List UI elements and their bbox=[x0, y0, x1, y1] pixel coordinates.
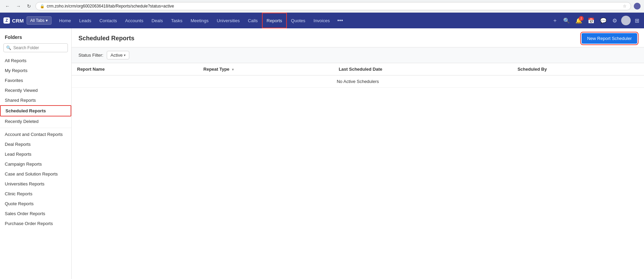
calendar-button[interactable]: 📅 bbox=[586, 16, 596, 25]
nav-item-invoices[interactable]: Invoices bbox=[309, 13, 334, 28]
main-content: Scheduled Reports New Report Scheduler S… bbox=[72, 28, 644, 279]
nav-actions-container: ＋ 🔍 🔔 2 📅 💬 ⚙ ⊞ bbox=[551, 16, 641, 26]
table-header: Report Name Repeat Type ▾ Last Scheduled… bbox=[72, 63, 644, 75]
notification-badge: 2 bbox=[579, 16, 584, 21]
sidebar-item-favorites[interactable]: Favorites bbox=[0, 75, 71, 85]
col-last-scheduled-date: Last Scheduled Date bbox=[333, 63, 512, 75]
browser-back-btn[interactable]: ← bbox=[3, 3, 12, 10]
sidebar-item-purchase-order-reports[interactable]: Purchase Order Reports bbox=[0, 219, 71, 228]
settings-button[interactable]: ⚙ bbox=[611, 16, 618, 25]
col-repeat-type-label: Repeat Type bbox=[203, 67, 229, 72]
browser-forward-btn[interactable]: → bbox=[14, 3, 23, 10]
calendar-icon: 📅 bbox=[588, 18, 595, 24]
sidebar-search-icon: 🔍 bbox=[6, 45, 11, 50]
sidebar-item-clinic-reports[interactable]: Clinic Reports bbox=[0, 189, 71, 199]
sidebar-item-account-contact-reports[interactable]: Account and Contact Reports bbox=[0, 129, 71, 139]
sidebar-search-container: 🔍 bbox=[3, 43, 68, 52]
add-button[interactable]: ＋ bbox=[551, 16, 559, 26]
empty-state-message: No Active Schedulers bbox=[72, 75, 644, 88]
nav-item-tasks[interactable]: Tasks bbox=[167, 13, 186, 28]
zoho-logo-icon: Z bbox=[3, 17, 10, 24]
add-icon: ＋ bbox=[552, 17, 558, 23]
nav-item-quotes[interactable]: Quotes bbox=[287, 13, 309, 28]
report-table-container: Report Name Repeat Type ▾ Last Scheduled… bbox=[72, 63, 644, 279]
crm-logo-text: CRM bbox=[12, 18, 24, 24]
sidebar-item-all-reports[interactable]: All Reports bbox=[0, 56, 71, 66]
sidebar-search-input[interactable] bbox=[3, 43, 68, 52]
crm-logo: Z CRM bbox=[3, 17, 24, 24]
status-filter-dropdown[interactable]: Active ▾ bbox=[107, 51, 129, 59]
all-tabs-button[interactable]: All Tabs ▾ bbox=[27, 16, 52, 25]
col-repeat-type[interactable]: Repeat Type ▾ bbox=[198, 63, 333, 75]
nav-item-home[interactable]: Home bbox=[55, 13, 75, 28]
nav-item-deals[interactable]: Deals bbox=[147, 13, 167, 28]
nav-item-reports[interactable]: Reports bbox=[262, 13, 287, 28]
top-navigation: Z CRM All Tabs ▾ Home Leads Contacts Acc… bbox=[0, 13, 644, 28]
sidebar-item-recently-viewed[interactable]: Recently Viewed bbox=[0, 85, 71, 95]
filter-dropdown-arrow-icon: ▾ bbox=[124, 53, 126, 57]
col-scheduled-by-label: Scheduled By bbox=[517, 67, 547, 72]
sidebar-item-deal-reports[interactable]: Deal Reports bbox=[0, 139, 71, 149]
nav-item-meetings[interactable]: Meetings bbox=[187, 13, 213, 28]
sort-icon: ▾ bbox=[232, 68, 234, 71]
notifications-button[interactable]: 🔔 2 bbox=[574, 16, 584, 25]
filter-selected-value: Active bbox=[111, 53, 122, 58]
browser-url-bar[interactable]: 🔒 crm.zoho.in/crm/org60020636418/tab/Rep… bbox=[35, 2, 631, 10]
scheduled-reports-table: Report Name Repeat Type ▾ Last Scheduled… bbox=[72, 63, 644, 88]
sidebar-item-case-solution-reports[interactable]: Case and Solution Reports bbox=[0, 169, 71, 179]
search-button[interactable]: 🔍 bbox=[562, 16, 571, 25]
lock-icon: 🔒 bbox=[40, 4, 45, 9]
search-icon: 🔍 bbox=[563, 18, 570, 24]
sidebar-item-quote-reports[interactable]: Quote Reports bbox=[0, 199, 71, 209]
sidebar-title: Folders bbox=[0, 32, 71, 41]
grid-icon: ⊞ bbox=[635, 18, 639, 24]
page-header: Scheduled Reports New Report Scheduler bbox=[72, 28, 644, 47]
sidebar-item-shared-reports[interactable]: Shared Reports bbox=[0, 95, 71, 105]
empty-state-row: No Active Schedulers bbox=[72, 75, 644, 88]
sidebar-item-campaign-reports[interactable]: Campaign Reports bbox=[0, 159, 71, 169]
sidebar-divider bbox=[0, 128, 71, 128]
sidebar-item-universities-reports[interactable]: Universities Reports bbox=[0, 179, 71, 189]
bookmark-icon[interactable]: ☆ bbox=[623, 4, 627, 9]
nav-item-contacts[interactable]: Contacts bbox=[95, 13, 121, 28]
browser-reload-btn[interactable]: ↻ bbox=[25, 3, 33, 10]
nav-more-button[interactable]: ••• bbox=[334, 17, 347, 24]
sidebar-item-recently-deleted[interactable]: Recently Deleted bbox=[0, 116, 71, 126]
nav-item-accounts[interactable]: Accounts bbox=[121, 13, 147, 28]
nav-item-leads[interactable]: Leads bbox=[75, 13, 95, 28]
app-layout: Folders 🔍 All Reports My Reports Favorit… bbox=[0, 28, 644, 279]
col-last-scheduled-date-label: Last Scheduled Date bbox=[339, 67, 382, 72]
url-text: crm.zoho.in/crm/org60020636418/tab/Repor… bbox=[47, 4, 621, 9]
nav-item-calls[interactable]: Calls bbox=[244, 13, 262, 28]
sidebar-item-scheduled-reports[interactable]: Scheduled Reports bbox=[0, 105, 71, 116]
page-title: Scheduled Reports bbox=[78, 35, 134, 42]
sidebar-item-my-reports[interactable]: My Reports bbox=[0, 66, 71, 75]
all-tabs-label: All Tabs bbox=[30, 18, 45, 23]
nav-items-container: Home Leads Contacts Accounts Deals Tasks… bbox=[55, 13, 551, 28]
all-tabs-arrow-icon: ▾ bbox=[46, 18, 48, 23]
new-report-scheduler-button[interactable]: New Report Scheduler bbox=[582, 33, 637, 44]
nav-item-universities[interactable]: Universities bbox=[213, 13, 244, 28]
col-scheduled-by: Scheduled By bbox=[512, 63, 644, 75]
chat-button[interactable]: 💬 bbox=[599, 16, 608, 25]
grid-button[interactable]: ⊞ bbox=[633, 16, 641, 25]
col-report-name-label: Report Name bbox=[77, 67, 105, 72]
gear-icon: ⚙ bbox=[612, 18, 617, 24]
col-report-name: Report Name bbox=[72, 63, 198, 75]
filter-bar: Status Filter: Active ▾ bbox=[72, 47, 644, 63]
filter-label: Status Filter: bbox=[78, 53, 103, 58]
sidebar-item-sales-order-reports[interactable]: Sales Order Reports bbox=[0, 209, 71, 219]
sidebar-item-lead-reports[interactable]: Lead Reports bbox=[0, 149, 71, 159]
table-body: No Active Schedulers bbox=[72, 75, 644, 88]
browser-chrome: ← → ↻ 🔒 crm.zoho.in/crm/org60020636418/t… bbox=[0, 0, 644, 13]
browser-profile-icon[interactable] bbox=[634, 3, 641, 10]
user-avatar[interactable] bbox=[621, 16, 631, 25]
chat-icon: 💬 bbox=[600, 18, 607, 24]
sidebar: Folders 🔍 All Reports My Reports Favorit… bbox=[0, 28, 72, 279]
